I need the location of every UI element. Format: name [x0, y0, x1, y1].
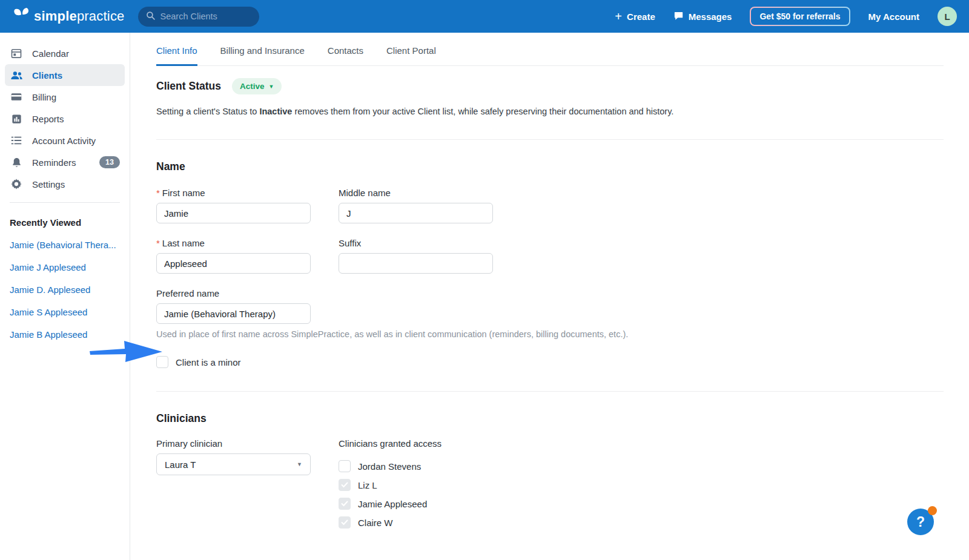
client-tabs: Client Info Billing and Insurance Contac…	[156, 45, 944, 66]
first-name-field[interactable]	[156, 203, 311, 223]
notification-dot	[928, 506, 937, 515]
check-icon	[341, 501, 348, 507]
my-account-menu[interactable]: My Account	[868, 12, 919, 22]
sidebar-item-calendar[interactable]: Calendar	[5, 42, 125, 64]
client-search[interactable]	[138, 7, 259, 27]
plus-icon: +	[615, 10, 622, 22]
check-icon	[341, 519, 348, 525]
chevron-down-icon: ▼	[297, 461, 302, 467]
recent-client-link[interactable]: Jamie B Appleseed	[10, 329, 120, 340]
recent-client-link[interactable]: Jamie (Behavioral Thera...	[10, 240, 120, 250]
clinician-name: Claire W	[358, 518, 393, 528]
access-checkbox-liz-l[interactable]	[339, 479, 351, 491]
create-button[interactable]: + Create	[615, 10, 655, 22]
section-divider	[156, 391, 944, 392]
middle-name-label: Middle name	[339, 188, 493, 198]
tab-contacts[interactable]: Contacts	[328, 45, 363, 66]
suffix-field[interactable]	[339, 253, 493, 274]
last-name-field[interactable]	[156, 253, 311, 274]
clients-icon	[10, 68, 23, 82]
search-icon	[145, 10, 156, 23]
search-input[interactable]	[160, 12, 245, 21]
tab-billing-and-insurance[interactable]: Billing and Insurance	[220, 45, 305, 66]
required-marker: *	[156, 188, 160, 198]
sidebar-divider	[10, 202, 120, 203]
simplepractice-logo[interactable]: simplepractice	[12, 7, 125, 25]
sidebar-item-reports[interactable]: Reports	[5, 108, 125, 130]
status-dropdown[interactable]: Active ▼	[232, 78, 282, 94]
preferred-name-help-text: Used in place of first name across Simpl…	[156, 329, 944, 339]
recent-client-link[interactable]: Jamie D. Appleseed	[10, 285, 120, 295]
client-is-minor-label: Client is a minor	[176, 357, 241, 367]
first-name-label: *First name	[156, 188, 311, 198]
clinician-name: Jordan Stevens	[358, 461, 421, 472]
sidebar-item-clients[interactable]: Clients	[5, 64, 125, 86]
tab-client-portal[interactable]: Client Portal	[386, 45, 436, 66]
status-description: Setting a client's Status to Inactive re…	[156, 107, 944, 116]
top-navigation-bar: simplepractice + Create Messages Get $50…	[0, 0, 969, 33]
clinicians-section-heading: Clinicians	[156, 412, 944, 425]
recent-client-link[interactable]: Jamie J Appleseed	[10, 262, 120, 272]
edit-client-page: ← Edit client Jamie (Behavioral Therapy)…	[130, 0, 969, 529]
annotation-arrow-icon	[88, 339, 166, 363]
message-bubble-icon	[673, 11, 684, 22]
primary-clinician-select[interactable]: Laura T ▼	[156, 453, 311, 475]
access-checkbox-jordan-stevens[interactable]	[339, 460, 351, 472]
reports-chart-icon	[10, 112, 23, 125]
last-name-label: *Last name	[156, 238, 311, 248]
preferred-name-field[interactable]	[156, 303, 311, 324]
recent-client-link[interactable]: Jamie S Appleseed	[10, 307, 120, 317]
sidebar-item-billing[interactable]: Billing	[5, 86, 125, 108]
brand-text: simplepractice	[34, 8, 125, 24]
required-marker: *	[156, 238, 160, 248]
activity-list-icon	[10, 134, 23, 147]
primary-clinician-label: Primary clinician	[156, 438, 311, 449]
reminders-count-badge: 13	[99, 156, 120, 168]
user-avatar[interactable]: L	[938, 7, 957, 26]
sidebar-item-account-activity[interactable]: Account Activity	[5, 130, 125, 151]
sidebar-item-reminders[interactable]: Reminders 13	[5, 151, 125, 173]
granted-access-label: Clinicians granted access	[339, 438, 442, 449]
clinician-name: Liz L	[358, 480, 377, 490]
messages-button[interactable]: Messages	[673, 11, 732, 22]
chevron-down-icon: ▼	[269, 84, 274, 90]
bell-icon	[10, 156, 23, 169]
gear-icon	[10, 177, 23, 191]
middle-name-field[interactable]	[339, 203, 493, 223]
butterfly-logo-icon	[12, 7, 30, 25]
section-divider	[156, 139, 944, 140]
client-status-heading: Client Status	[156, 80, 221, 93]
recently-viewed-title: Recently Viewed	[10, 217, 120, 228]
sidebar-item-settings[interactable]: Settings	[5, 173, 125, 195]
name-section-heading: Name	[156, 160, 944, 173]
suffix-label: Suffix	[339, 238, 493, 248]
referral-offer-button[interactable]: Get $50 for referrals	[750, 7, 850, 26]
access-checkbox-claire-w[interactable]	[339, 516, 351, 529]
tab-client-info[interactable]: Client Info	[156, 45, 197, 66]
calendar-icon	[10, 47, 23, 60]
recently-viewed-section: Recently Viewed Jamie (Behavioral Thera.…	[0, 210, 130, 340]
check-icon	[341, 482, 348, 488]
help-button[interactable]: ?	[907, 509, 934, 535]
billing-card-icon	[10, 90, 23, 104]
clinician-name: Jamie Appleseed	[358, 499, 427, 509]
access-checkbox-jamie-appleseed[interactable]	[339, 498, 351, 510]
preferred-name-label: Preferred name	[156, 288, 311, 298]
sidebar-navigation: Calendar Clients Billing	[0, 33, 130, 560]
